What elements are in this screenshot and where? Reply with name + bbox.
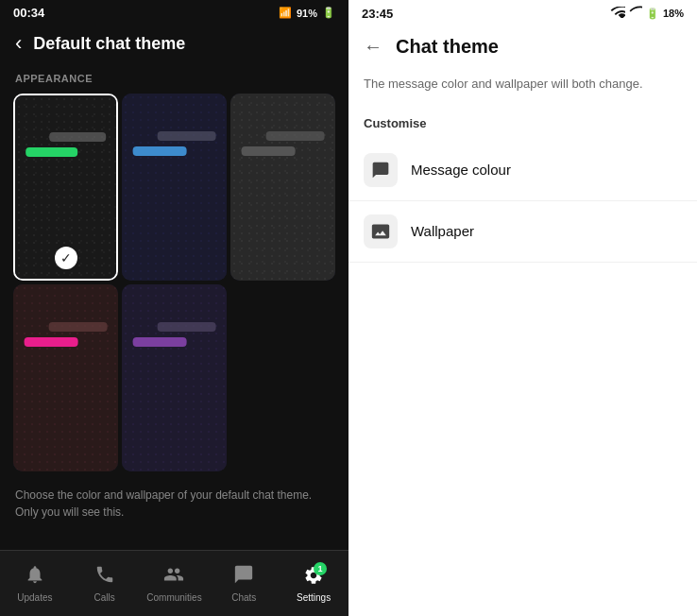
- bubble-sent: [158, 131, 216, 141]
- wallpaper-icon: [364, 214, 398, 248]
- left-panel: 00:34 📶 91% 🔋 ‹ Default chat theme APPEA…: [0, 0, 348, 616]
- left-time: 00:34: [13, 6, 44, 20]
- signal-icon-right: [629, 6, 642, 21]
- left-back-button[interactable]: ‹: [15, 33, 22, 54]
- bubble-received: [24, 337, 78, 347]
- updates-label: Updates: [17, 592, 52, 603]
- theme-card-dark-gray[interactable]: [230, 94, 335, 281]
- bubble-sent: [49, 322, 108, 332]
- left-status-icons: 📶 91% 🔋: [279, 7, 335, 19]
- bubble-sent: [266, 131, 325, 141]
- settings-icon-wrapper: 1: [303, 565, 324, 590]
- theme-card-inner: [122, 284, 227, 471]
- communities-label: Communities: [146, 592, 201, 603]
- left-header: ‹ Default chat theme: [0, 26, 348, 65]
- nav-item-communities[interactable]: Communities: [145, 564, 202, 603]
- appearance-label: APPEARANCE: [0, 65, 348, 94]
- nav-item-updates[interactable]: Updates: [7, 564, 63, 603]
- theme-card-dark-green[interactable]: ✓: [13, 94, 118, 281]
- right-status-icons: 🔋 18%: [610, 6, 684, 21]
- settings-label: Settings: [297, 592, 331, 603]
- bubble-received: [241, 146, 296, 156]
- right-panel: 23:45 🔋 18% ← Chat theme The message col…: [348, 0, 697, 616]
- message-colour-item[interactable]: Message colour: [348, 140, 697, 201]
- footer-description: Choose the color and wallpaper of your d…: [0, 471, 348, 532]
- doodle-overlay: [230, 94, 335, 281]
- theme-bubbles: [241, 131, 325, 156]
- nav-item-chats[interactable]: Chats: [215, 564, 272, 603]
- doodle-overlay: [122, 94, 227, 281]
- doodle-overlay: [13, 284, 118, 471]
- theme-card-inner: [230, 94, 335, 281]
- left-page-title: Default chat theme: [33, 34, 185, 54]
- theme-bubbles: [24, 322, 108, 347]
- doodle-overlay: [122, 284, 227, 471]
- right-back-button[interactable]: ←: [364, 36, 382, 58]
- message-colour-icon: [364, 153, 398, 187]
- chats-icon: [233, 564, 254, 590]
- left-status-bar: 00:34 📶 91% 🔋: [0, 0, 348, 26]
- bubble-received: [132, 146, 187, 156]
- communities-icon: [163, 564, 184, 590]
- message-colour-label: Message colour: [411, 162, 511, 178]
- right-status-bar: 23:45 🔋 18%: [348, 0, 697, 26]
- nav-item-calls[interactable]: Calls: [76, 564, 133, 603]
- updates-icon: [25, 564, 45, 590]
- calls-label: Calls: [94, 592, 115, 603]
- calls-icon: [94, 564, 115, 590]
- theme-bubbles: [132, 131, 216, 156]
- wallpaper-item[interactable]: Wallpaper: [348, 201, 697, 263]
- theme-card-dark-blue[interactable]: [122, 94, 227, 281]
- bubble-sent: [158, 322, 216, 332]
- right-page-title: Chat theme: [396, 36, 499, 58]
- selected-checkmark: ✓: [55, 247, 77, 269]
- right-time: 23:45: [362, 7, 393, 21]
- bubble-sent: [49, 132, 106, 142]
- battery-text: 91%: [297, 8, 317, 19]
- wifi-icon-right: [610, 7, 625, 20]
- wifi-icon: 📶: [279, 7, 292, 19]
- chats-label: Chats: [231, 592, 256, 603]
- theme-card-pink[interactable]: [13, 284, 118, 471]
- settings-badge: 1: [314, 562, 327, 575]
- right-description: The message color and wallpaper will bot…: [348, 71, 697, 109]
- battery-percent-right: 18%: [663, 8, 684, 19]
- theme-card-inner: ✓: [15, 95, 116, 279]
- customise-label: Customise: [348, 109, 697, 140]
- right-header: ← Chat theme: [348, 26, 697, 71]
- wallpaper-label: Wallpaper: [411, 223, 474, 239]
- theme-bubbles: [132, 322, 216, 347]
- battery-icon: 🔋: [322, 7, 335, 19]
- bubble-received: [132, 337, 187, 347]
- theme-card-dark-purple[interactable]: [122, 284, 227, 471]
- theme-card-inner: [13, 284, 118, 471]
- themes-grid: ✓: [0, 94, 348, 471]
- bottom-nav: Updates Calls Communities: [0, 550, 348, 616]
- battery-icon-right: 🔋: [646, 8, 659, 20]
- theme-card-inner: [122, 94, 227, 281]
- bubble-received: [26, 147, 78, 157]
- nav-item-settings[interactable]: 1 Settings: [285, 565, 342, 603]
- theme-bubbles: [26, 132, 107, 157]
